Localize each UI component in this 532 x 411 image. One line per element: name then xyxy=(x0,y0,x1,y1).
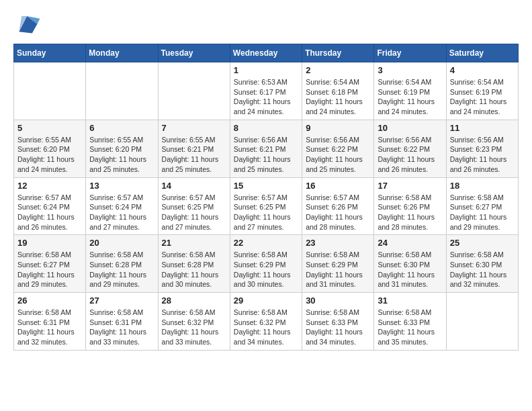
day-cell: 31Sunrise: 6:58 AM Sunset: 6:33 PM Dayli… xyxy=(374,293,446,351)
day-number: 19 xyxy=(17,238,82,248)
day-cell: 10Sunrise: 6:56 AM Sunset: 6:22 PM Dayli… xyxy=(374,120,446,177)
day-cell: 21Sunrise: 6:58 AM Sunset: 6:28 PM Dayli… xyxy=(158,235,230,293)
day-cell: 16Sunrise: 6:57 AM Sunset: 6:26 PM Dayli… xyxy=(302,177,374,235)
day-info: Sunrise: 6:58 AM Sunset: 6:29 PM Dayligh… xyxy=(234,250,298,289)
day-cell xyxy=(446,293,518,351)
day-info: Sunrise: 6:58 AM Sunset: 6:29 PM Dayligh… xyxy=(306,250,370,289)
day-cell: 2Sunrise: 6:54 AM Sunset: 6:18 PM Daylig… xyxy=(302,62,374,120)
day-number: 8 xyxy=(234,123,298,133)
logo-icon xyxy=(13,13,40,37)
weekday-header-row: SundayMondayTuesdayWednesdayThursdayFrid… xyxy=(14,44,519,62)
day-info: Sunrise: 6:58 AM Sunset: 6:30 PM Dayligh… xyxy=(378,250,442,289)
weekday-header-sunday: Sunday xyxy=(14,44,86,62)
day-number: 7 xyxy=(162,123,226,133)
week-row-4: 19Sunrise: 6:58 AM Sunset: 6:27 PM Dayli… xyxy=(14,235,519,293)
day-number: 2 xyxy=(306,65,370,75)
day-number: 21 xyxy=(162,238,226,248)
day-cell: 26Sunrise: 6:58 AM Sunset: 6:31 PM Dayli… xyxy=(14,293,86,351)
day-cell: 5Sunrise: 6:55 AM Sunset: 6:20 PM Daylig… xyxy=(14,120,86,177)
day-number: 16 xyxy=(306,181,370,191)
day-number: 20 xyxy=(89,238,154,248)
day-cell: 8Sunrise: 6:56 AM Sunset: 6:21 PM Daylig… xyxy=(230,120,302,177)
day-info: Sunrise: 6:58 AM Sunset: 6:27 PM Dayligh… xyxy=(17,250,82,289)
day-number: 9 xyxy=(306,123,370,133)
day-cell: 29Sunrise: 6:58 AM Sunset: 6:32 PM Dayli… xyxy=(230,293,302,351)
day-cell: 17Sunrise: 6:58 AM Sunset: 6:26 PM Dayli… xyxy=(374,177,446,235)
day-cell: 3Sunrise: 6:54 AM Sunset: 6:19 PM Daylig… xyxy=(374,62,446,120)
day-number: 3 xyxy=(378,65,442,75)
day-info: Sunrise: 6:54 AM Sunset: 6:19 PM Dayligh… xyxy=(378,77,442,117)
day-number: 30 xyxy=(306,295,370,306)
day-info: Sunrise: 6:58 AM Sunset: 6:32 PM Dayligh… xyxy=(162,308,226,347)
week-row-2: 5Sunrise: 6:55 AM Sunset: 6:20 PM Daylig… xyxy=(14,120,519,177)
day-cell: 22Sunrise: 6:58 AM Sunset: 6:29 PM Dayli… xyxy=(230,235,302,293)
day-cell: 11Sunrise: 6:56 AM Sunset: 6:23 PM Dayli… xyxy=(446,120,518,177)
day-cell: 13Sunrise: 6:57 AM Sunset: 6:24 PM Dayli… xyxy=(86,177,158,235)
day-number: 10 xyxy=(378,123,442,133)
calendar-table: SundayMondayTuesdayWednesdayThursdayFrid… xyxy=(13,44,519,351)
day-info: Sunrise: 6:58 AM Sunset: 6:31 PM Dayligh… xyxy=(17,308,82,347)
day-number: 26 xyxy=(17,295,82,306)
day-number: 12 xyxy=(17,181,82,191)
day-cell xyxy=(158,62,230,120)
day-number: 18 xyxy=(450,181,515,191)
day-number: 11 xyxy=(450,123,515,133)
day-number: 1 xyxy=(234,65,298,75)
day-cell: 12Sunrise: 6:57 AM Sunset: 6:24 PM Dayli… xyxy=(14,177,86,235)
day-cell: 6Sunrise: 6:55 AM Sunset: 6:20 PM Daylig… xyxy=(86,120,158,177)
week-row-3: 12Sunrise: 6:57 AM Sunset: 6:24 PM Dayli… xyxy=(14,177,519,235)
day-number: 4 xyxy=(450,65,515,75)
day-cell: 4Sunrise: 6:54 AM Sunset: 6:19 PM Daylig… xyxy=(446,62,518,120)
day-cell: 20Sunrise: 6:58 AM Sunset: 6:28 PM Dayli… xyxy=(86,235,158,293)
day-cell xyxy=(86,62,158,120)
day-info: Sunrise: 6:54 AM Sunset: 6:18 PM Dayligh… xyxy=(306,77,370,117)
day-info: Sunrise: 6:58 AM Sunset: 6:31 PM Dayligh… xyxy=(89,308,154,347)
day-info: Sunrise: 6:57 AM Sunset: 6:25 PM Dayligh… xyxy=(234,193,298,232)
weekday-header-friday: Friday xyxy=(374,44,446,62)
day-info: Sunrise: 6:53 AM Sunset: 6:17 PM Dayligh… xyxy=(234,77,298,117)
page-header xyxy=(13,13,519,37)
day-info: Sunrise: 6:58 AM Sunset: 6:27 PM Dayligh… xyxy=(450,193,515,232)
day-number: 15 xyxy=(234,181,298,191)
weekday-header-tuesday: Tuesday xyxy=(158,44,230,62)
day-info: Sunrise: 6:57 AM Sunset: 6:25 PM Dayligh… xyxy=(162,193,226,232)
day-info: Sunrise: 6:58 AM Sunset: 6:32 PM Dayligh… xyxy=(234,308,298,347)
day-cell: 27Sunrise: 6:58 AM Sunset: 6:31 PM Dayli… xyxy=(86,293,158,351)
day-cell: 18Sunrise: 6:58 AM Sunset: 6:27 PM Dayli… xyxy=(446,177,518,235)
day-info: Sunrise: 6:58 AM Sunset: 6:28 PM Dayligh… xyxy=(89,250,154,289)
day-info: Sunrise: 6:56 AM Sunset: 6:22 PM Dayligh… xyxy=(306,135,370,175)
logo xyxy=(13,13,43,37)
day-cell: 28Sunrise: 6:58 AM Sunset: 6:32 PM Dayli… xyxy=(158,293,230,351)
day-cell: 7Sunrise: 6:55 AM Sunset: 6:21 PM Daylig… xyxy=(158,120,230,177)
weekday-header-monday: Monday xyxy=(86,44,158,62)
day-number: 17 xyxy=(378,181,442,191)
day-number: 23 xyxy=(306,238,370,248)
day-info: Sunrise: 6:55 AM Sunset: 6:20 PM Dayligh… xyxy=(89,135,154,175)
day-info: Sunrise: 6:57 AM Sunset: 6:26 PM Dayligh… xyxy=(306,193,370,232)
day-number: 27 xyxy=(89,295,154,306)
day-info: Sunrise: 6:58 AM Sunset: 6:33 PM Dayligh… xyxy=(378,308,442,347)
day-cell: 9Sunrise: 6:56 AM Sunset: 6:22 PM Daylig… xyxy=(302,120,374,177)
day-cell: 30Sunrise: 6:58 AM Sunset: 6:33 PM Dayli… xyxy=(302,293,374,351)
weekday-header-saturday: Saturday xyxy=(446,44,518,62)
day-number: 14 xyxy=(162,181,226,191)
weekday-header-wednesday: Wednesday xyxy=(230,44,302,62)
day-cell: 14Sunrise: 6:57 AM Sunset: 6:25 PM Dayli… xyxy=(158,177,230,235)
day-number: 25 xyxy=(450,238,515,248)
day-cell xyxy=(14,62,86,120)
day-number: 5 xyxy=(17,123,82,133)
day-number: 6 xyxy=(89,123,154,133)
day-cell: 25Sunrise: 6:58 AM Sunset: 6:30 PM Dayli… xyxy=(446,235,518,293)
day-info: Sunrise: 6:56 AM Sunset: 6:23 PM Dayligh… xyxy=(450,135,515,175)
day-cell: 24Sunrise: 6:58 AM Sunset: 6:30 PM Dayli… xyxy=(374,235,446,293)
day-info: Sunrise: 6:57 AM Sunset: 6:24 PM Dayligh… xyxy=(89,193,154,232)
day-info: Sunrise: 6:55 AM Sunset: 6:20 PM Dayligh… xyxy=(17,135,82,175)
day-info: Sunrise: 6:58 AM Sunset: 6:28 PM Dayligh… xyxy=(162,250,226,289)
day-number: 31 xyxy=(378,295,442,306)
day-number: 22 xyxy=(234,238,298,248)
day-info: Sunrise: 6:56 AM Sunset: 6:21 PM Dayligh… xyxy=(234,135,298,175)
day-info: Sunrise: 6:54 AM Sunset: 6:19 PM Dayligh… xyxy=(450,77,515,117)
day-cell: 19Sunrise: 6:58 AM Sunset: 6:27 PM Dayli… xyxy=(14,235,86,293)
week-row-5: 26Sunrise: 6:58 AM Sunset: 6:31 PM Dayli… xyxy=(14,293,519,351)
day-cell: 15Sunrise: 6:57 AM Sunset: 6:25 PM Dayli… xyxy=(230,177,302,235)
